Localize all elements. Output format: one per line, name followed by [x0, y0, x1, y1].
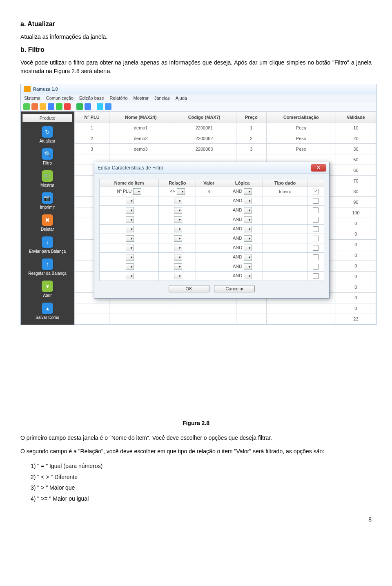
filter-cell[interactable]: AND	[222, 225, 263, 234]
filter-cell[interactable]	[159, 243, 196, 253]
table-row[interactable]: 1demo122000811Peça10	[75, 123, 376, 133]
filter-cell[interactable]	[263, 206, 307, 215]
checkbox[interactable]	[313, 236, 318, 241]
filter-cell[interactable]	[100, 272, 159, 281]
filter-cell[interactable]	[196, 234, 222, 243]
chevron-down-icon[interactable]	[174, 254, 182, 261]
filter-cell[interactable]	[100, 243, 159, 253]
table-row[interactable]: 23	[75, 314, 376, 324]
filter-cell[interactable]: AND	[222, 196, 263, 206]
sidebar-item[interactable]: ↑Resgatar da Balança	[28, 258, 66, 276]
sidebar-item[interactable]: 🔍Filtro	[42, 148, 53, 165]
chevron-down-icon[interactable]	[244, 188, 252, 195]
chevron-down-icon[interactable]	[126, 263, 134, 270]
filter-cell[interactable]	[159, 253, 196, 262]
filter-cell[interactable]	[100, 262, 159, 272]
checkbox[interactable]	[313, 245, 318, 251]
chevron-down-icon[interactable]	[244, 245, 252, 251]
filter-checkbox-cell[interactable]	[307, 187, 324, 196]
menu-item[interactable]: Sistema	[24, 96, 40, 100]
filter-cell[interactable]	[196, 253, 222, 262]
checkbox[interactable]	[313, 198, 318, 204]
chevron-down-icon[interactable]	[244, 216, 252, 223]
chevron-down-icon[interactable]	[126, 254, 134, 261]
chevron-down-icon[interactable]	[244, 263, 252, 270]
sidebar-item[interactable]: ↓Enviar para Balança	[29, 236, 66, 254]
checkbox[interactable]	[313, 273, 318, 279]
filter-checkbox-cell[interactable]	[307, 234, 324, 243]
filter-cell[interactable]	[100, 225, 159, 234]
menu-item[interactable]: Janelas	[154, 96, 170, 100]
filter-cell[interactable]: AND	[222, 272, 263, 281]
chevron-down-icon[interactable]	[244, 254, 252, 261]
chevron-down-icon[interactable]	[174, 216, 182, 223]
menu-item[interactable]: Ajuda	[176, 96, 187, 100]
chevron-down-icon[interactable]	[126, 235, 134, 242]
sidebar-item[interactable]: ✖Deletar	[41, 214, 54, 232]
checkbox[interactable]	[313, 217, 318, 223]
column-header[interactable]: Código (MAX7)	[172, 112, 236, 123]
filter-checkbox-cell[interactable]	[307, 262, 324, 272]
filter-cell[interactable]: 4	[196, 187, 222, 196]
checkbox[interactable]	[313, 264, 318, 270]
chevron-down-icon[interactable]	[174, 198, 182, 204]
column-header[interactable]: Comercialização	[266, 112, 336, 123]
filter-checkbox-cell[interactable]	[307, 225, 324, 234]
sidebar-item[interactable]: ↻Atualizar	[40, 126, 56, 143]
chevron-down-icon[interactable]	[174, 263, 182, 270]
filter-cell[interactable]	[159, 196, 196, 206]
filter-cell[interactable]	[100, 206, 159, 215]
toolbar-icon[interactable]	[76, 103, 83, 110]
toolbar-icon[interactable]	[48, 103, 54, 110]
toolbar-icon[interactable]	[40, 103, 46, 110]
toolbar-icon[interactable]	[56, 103, 62, 110]
filter-cell[interactable]: <>	[159, 187, 196, 196]
chevron-down-icon[interactable]	[244, 273, 252, 279]
column-header[interactable]: Nome (MAX24)	[109, 112, 172, 123]
chevron-down-icon[interactable]	[133, 188, 141, 195]
filter-cell[interactable]	[263, 262, 307, 272]
filter-cell[interactable]	[196, 196, 222, 206]
checkbox[interactable]	[313, 226, 318, 232]
toolbar-icon[interactable]	[23, 103, 30, 110]
menu-item[interactable]: Mostrar	[134, 96, 149, 100]
sidebar-item[interactable]: ▾Abrir	[42, 281, 53, 298]
chevron-down-icon[interactable]	[174, 273, 182, 279]
chevron-down-icon[interactable]	[126, 273, 134, 279]
column-header[interactable]: Nº PLU	[75, 112, 109, 123]
filter-cell[interactable]: AND	[222, 262, 263, 272]
cancel-button[interactable]: Cancelar	[214, 285, 255, 292]
filter-cell[interactable]	[263, 272, 307, 281]
filter-cell[interactable]	[100, 196, 159, 206]
chevron-down-icon[interactable]	[126, 216, 134, 223]
filter-cell[interactable]	[159, 225, 196, 234]
filter-cell[interactable]	[196, 225, 222, 234]
chevron-down-icon[interactable]	[244, 198, 252, 204]
ok-button[interactable]: OK	[169, 285, 209, 292]
chevron-down-icon[interactable]	[174, 226, 182, 232]
toolbar-icon[interactable]	[85, 103, 91, 110]
toolbar-icon[interactable]	[105, 103, 111, 110]
filter-cell[interactable]	[263, 225, 307, 234]
toolbar-icon[interactable]	[64, 103, 71, 110]
filter-cell[interactable]	[159, 206, 196, 215]
sidebar-item[interactable]: ▴Salvar Como	[36, 303, 59, 320]
filter-cell[interactable]	[100, 234, 159, 243]
sidebar-item[interactable]: 📷Imprimir	[40, 192, 55, 209]
filter-cell[interactable]: AND	[222, 253, 263, 262]
checkbox[interactable]	[313, 207, 318, 213]
filter-cell[interactable]	[100, 215, 159, 225]
toolbar-icon[interactable]	[97, 103, 103, 110]
filter-cell[interactable]: AND	[222, 206, 263, 215]
chevron-down-icon[interactable]	[126, 245, 134, 251]
column-header[interactable]: Preço	[236, 112, 266, 123]
checkbox[interactable]	[313, 189, 318, 194]
chevron-down-icon[interactable]	[126, 226, 134, 232]
filter-cell[interactable]	[263, 215, 307, 225]
filter-checkbox-cell[interactable]	[307, 215, 324, 225]
filter-cell[interactable]	[159, 215, 196, 225]
filter-cell[interactable]	[196, 206, 222, 215]
chevron-down-icon[interactable]	[126, 207, 134, 214]
filter-cell[interactable]	[196, 272, 222, 281]
filter-cell[interactable]: AND	[222, 187, 263, 196]
